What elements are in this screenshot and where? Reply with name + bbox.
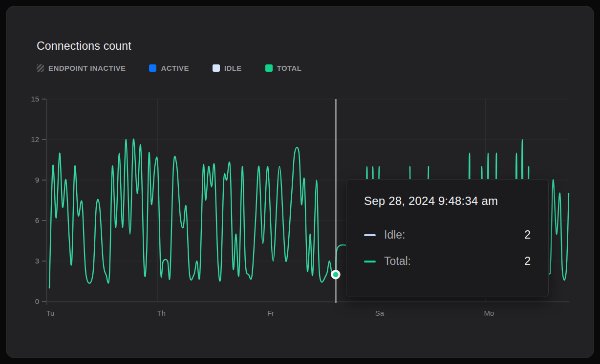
chart-cursor — [332, 99, 340, 303]
y-tick-label: 0 — [35, 297, 39, 305]
tooltip-rows: Idle: 2 Total: 2 — [364, 228, 531, 268]
tooltip-value: 2 — [524, 228, 531, 242]
tooltip-label: Total: — [384, 255, 411, 268]
y-tick-label: 3 — [35, 257, 39, 265]
y-tick-label: 15 — [31, 95, 39, 103]
x-axis-labels: Tu Th Fr Sa Mo — [46, 309, 494, 317]
tooltip-timestamp: Sep 28, 2024 9:48:34 am — [364, 194, 531, 208]
tooltip-row-idle: Idle: 2 — [364, 228, 531, 242]
y-axis-labels: 15 12 9 6 3 0 — [31, 95, 39, 305]
y-tick-label: 6 — [35, 216, 39, 224]
x-tick-label: Fr — [267, 309, 274, 317]
y-tick-label: 12 — [31, 135, 39, 143]
y-tick-label: 9 — [35, 176, 39, 184]
x-tick-label: Th — [157, 309, 166, 317]
idle-dash-icon — [364, 234, 376, 236]
tooltip-label: Idle: — [384, 228, 405, 242]
tooltip-value: 2 — [524, 255, 531, 268]
tooltip-row-total: Total: 2 — [364, 255, 531, 268]
x-tick-label: Tu — [46, 309, 55, 317]
x-tick-label: Mo — [484, 309, 494, 317]
x-tick-label: Sa — [375, 309, 385, 317]
active-point-marker[interactable] — [332, 271, 340, 278]
total-dash-icon — [364, 261, 376, 263]
chart-tooltip: Sep 28, 2024 9:48:34 am Idle: 2 Total: 2 — [346, 179, 549, 297]
